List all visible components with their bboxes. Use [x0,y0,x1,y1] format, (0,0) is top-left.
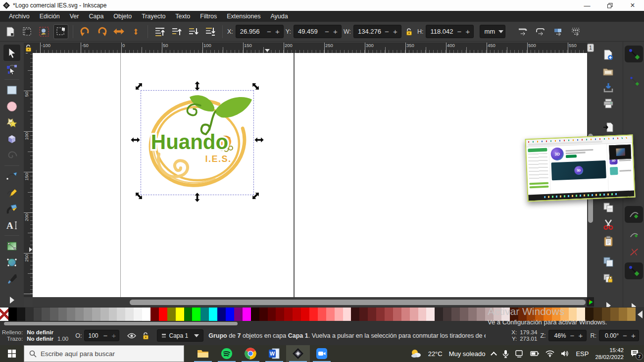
rotate-cw-button[interactable] [95,24,109,39]
zoom-icon[interactable] [310,345,334,362]
menu-item[interactable]: Capa [84,11,108,22]
file-explorer-icon[interactable] [191,345,215,362]
chevron-up-icon[interactable] [491,352,497,358]
palette-swatch[interactable] [494,308,502,321]
palette-swatch[interactable] [393,308,401,321]
palette-swatch[interactable] [92,308,100,321]
rectangle-tool[interactable] [3,82,20,98]
box3d-tool[interactable] [3,131,20,147]
menu-item[interactable]: Filtros [195,11,222,22]
palette-swatch[interactable] [535,308,544,321]
palette-swatch[interactable] [527,308,535,321]
palette-swatch[interactable] [268,308,276,321]
restore-button[interactable] [598,0,621,11]
copy-button[interactable] [599,255,617,269]
fill-value[interactable]: No definir [27,329,53,335]
palette-swatch[interactable] [501,308,510,321]
rotation-increment[interactable]: + [629,332,638,339]
palette-swatch[interactable] [376,308,385,321]
mesh-tool[interactable] [3,254,20,270]
selection-handles-button[interactable] [53,24,68,39]
print-button[interactable] [599,96,617,111]
w-decrement[interactable]: − [383,28,391,35]
h-input[interactable]: 118.042 − + [426,25,474,38]
h-increment[interactable]: + [463,28,472,35]
w-increment[interactable]: + [391,28,399,35]
raise-button[interactable] [169,24,184,39]
palette-scrollbar[interactable] [0,321,644,326]
spotify-icon[interactable] [215,345,239,362]
palette-swatch[interactable] [17,308,25,321]
selector-tool[interactable] [3,45,20,61]
palette-swatch[interactable] [209,308,217,321]
palette-swatch[interactable] [142,308,150,321]
palette-swatch[interactable] [309,308,318,321]
paste-button[interactable] [599,234,617,249]
palette-swatch[interactable] [34,308,42,321]
rotation-decrement[interactable]: − [621,332,629,339]
palette-swatch[interactable] [100,308,109,321]
device-cast-icon[interactable] [515,350,524,358]
palette-swatch[interactable] [192,308,200,321]
battery-icon[interactable] [530,351,539,357]
weather-icon[interactable] [410,348,422,359]
guide-lock-button[interactable] [24,43,33,53]
close-button[interactable]: × [621,0,644,11]
scale-handle-s[interactable] [195,193,200,202]
palette-swatch[interactable] [125,308,134,321]
transform-stroke-toggle[interactable] [515,24,530,39]
spiral-tool[interactable] [3,147,20,163]
units-dropdown[interactable]: mm [480,25,505,38]
text-tool[interactable]: A [3,217,20,233]
palette-scroll-left-arrow[interactable] [636,307,644,321]
palette-swatch[interactable] [150,308,159,321]
palette-swatch[interactable] [159,308,167,321]
palette-swatch[interactable] [217,308,226,321]
palette-swatch[interactable] [50,308,58,321]
palette-swatch[interactable] [243,308,251,321]
calligraphy-tool[interactable] [3,201,20,217]
selection-rectangle[interactable] [141,90,254,195]
menu-item[interactable]: Ayuda [265,11,293,22]
scale-handle-n[interactable] [195,81,200,91]
y-increment[interactable]: + [331,28,340,35]
horizontal-scrollbar-thumb[interactable] [130,300,586,305]
taskbar-search-input[interactable]: Escribe aquí para buscar [24,345,184,362]
horizontal-ruler[interactable]: -100-50050100150200250300350400450500550 [33,43,587,53]
palette-swatch[interactable] [627,308,636,321]
palette-swatch[interactable] [602,308,610,321]
duplicate-page-button[interactable] [599,200,617,215]
palette-swatch[interactable] [58,308,67,321]
palette-swatch[interactable] [468,308,477,321]
palette-swatch[interactable] [234,308,243,321]
menu-item[interactable]: Objeto [108,11,137,22]
dropper-tool[interactable] [3,270,20,287]
menu-item[interactable]: Texto [170,11,195,22]
pen-tool[interactable] [3,168,20,184]
palette-swatch[interactable] [368,308,376,321]
opacity-increment[interactable]: + [109,332,118,339]
rotation-input[interactable]: 0.00° − + [599,330,639,341]
palette-swatch[interactable] [184,308,193,321]
palette-swatch[interactable] [0,308,8,321]
microphone-icon[interactable] [502,350,509,358]
stroke-width[interactable]: 1.00 [57,336,68,342]
palette-swatch[interactable] [443,308,451,321]
palette-scrollbar-thumb[interactable] [4,322,238,325]
x-decrement[interactable]: − [265,28,273,35]
palette-swatch[interactable] [226,308,234,321]
h-decrement[interactable]: − [455,28,463,35]
gradient-tool[interactable] [3,238,20,254]
ellipse-tool[interactable] [3,98,20,114]
scrollbar-corner-button[interactable]: 1 [587,44,594,52]
stroke-value[interactable]: No definir [27,336,53,342]
menu-item[interactable]: Ver [65,11,84,22]
scale-handle-w[interactable] [131,137,140,143]
palette-swatch[interactable] [552,308,560,321]
save-document-button[interactable] [599,80,617,95]
x-increment[interactable]: + [273,28,282,35]
menu-item[interactable]: Extensiones [222,11,265,22]
palette-swatch[interactable] [67,308,75,321]
palette-swatch[interactable] [351,308,359,321]
snap-enable-button[interactable] [625,46,643,62]
